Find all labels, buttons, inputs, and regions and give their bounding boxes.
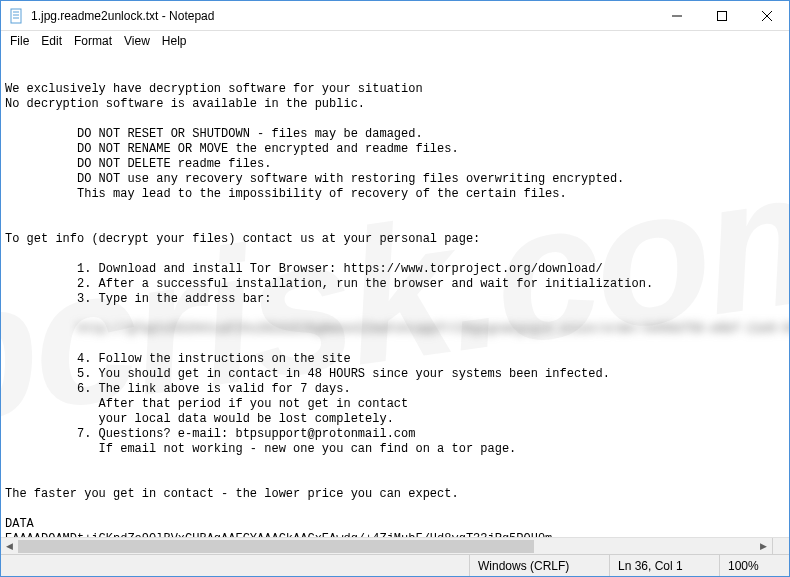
- text-line: DO NOT use any recovery software with re…: [5, 172, 624, 186]
- text-line: DO NOT DELETE readme files.: [5, 157, 271, 171]
- horizontal-scrollbar[interactable]: ◀ ▶: [1, 537, 789, 554]
- svg-rect-0: [11, 9, 21, 23]
- text-line: After that period if you not get in cont…: [5, 397, 408, 411]
- notepad-window: 1.jpg.readme2unlock.txt - Notepad File E…: [0, 0, 790, 577]
- close-button[interactable]: [744, 1, 789, 31]
- menu-edit[interactable]: Edit: [36, 34, 67, 48]
- text-line: The faster you get in contact - the lowe…: [5, 487, 459, 501]
- text-line: 7. Questions? e-mail: btpsupport@protonm…: [5, 427, 415, 441]
- scroll-thumb[interactable]: [18, 540, 534, 553]
- status-encoding: Windows (CRLF): [469, 555, 609, 576]
- text-line: To get info (decrypt your files) contact…: [5, 232, 480, 246]
- window-title: 1.jpg.readme2unlock.txt - Notepad: [31, 9, 214, 23]
- minimize-button[interactable]: [654, 1, 699, 31]
- scroll-right-icon[interactable]: ▶: [755, 538, 772, 555]
- text-line: No decryption software is available in t…: [5, 97, 365, 111]
- status-zoom: 100%: [719, 555, 789, 576]
- scroll-left-icon[interactable]: ◀: [1, 538, 18, 555]
- titlebar[interactable]: 1.jpg.readme2unlock.txt - Notepad: [1, 1, 789, 31]
- text-line: We exclusively have decryption software …: [5, 82, 423, 96]
- text-line: DATA: [5, 517, 34, 531]
- menubar: File Edit Format View Help: [1, 31, 789, 50]
- text-line: your local data would be lost completely…: [5, 412, 394, 426]
- menu-format[interactable]: Format: [69, 34, 117, 48]
- text-line: EAAAADQAMDt+iGKpdZe9OlBVxCUBAgAAEGYAAACk…: [5, 532, 552, 537]
- text-line-blurred: http://gfapto552hhtuaF2hs282diE28gAmeon2…: [5, 322, 789, 336]
- text-line: 5. You should get in contact in 48 HOURS…: [5, 367, 610, 381]
- text-line: 3. Type in the address bar:: [5, 292, 271, 306]
- menu-view[interactable]: View: [119, 34, 155, 48]
- menu-help[interactable]: Help: [157, 34, 192, 48]
- window-controls: [654, 1, 789, 30]
- svg-rect-5: [717, 12, 726, 21]
- text-line: 2. After a successful installation, run …: [5, 277, 653, 291]
- text-line: This may lead to the impossibility of re…: [5, 187, 567, 201]
- menu-file[interactable]: File: [5, 34, 34, 48]
- maximize-button[interactable]: [699, 1, 744, 31]
- scroll-track[interactable]: [18, 538, 755, 555]
- statusbar: Windows (CRLF) Ln 36, Col 1 100%: [1, 554, 789, 576]
- text-area[interactable]: pcrisk.com We exclusively have decryptio…: [1, 50, 789, 537]
- notepad-icon: [9, 8, 25, 24]
- text-line: 6. The link above is valid for 7 days.: [5, 382, 351, 396]
- text-line: DO NOT RESET OR SHUTDOWN - files may be …: [5, 127, 423, 141]
- status-position: Ln 36, Col 1: [609, 555, 719, 576]
- text-line: If email not working - new one you can f…: [5, 442, 516, 456]
- text-line: 4. Follow the instructions on the site: [5, 352, 351, 366]
- text-line: DO NOT RENAME OR MOVE the encrypted and …: [5, 142, 459, 156]
- text-line: 1. Download and install Tor Browser: htt…: [5, 262, 603, 276]
- scrollbar-corner: [772, 538, 789, 555]
